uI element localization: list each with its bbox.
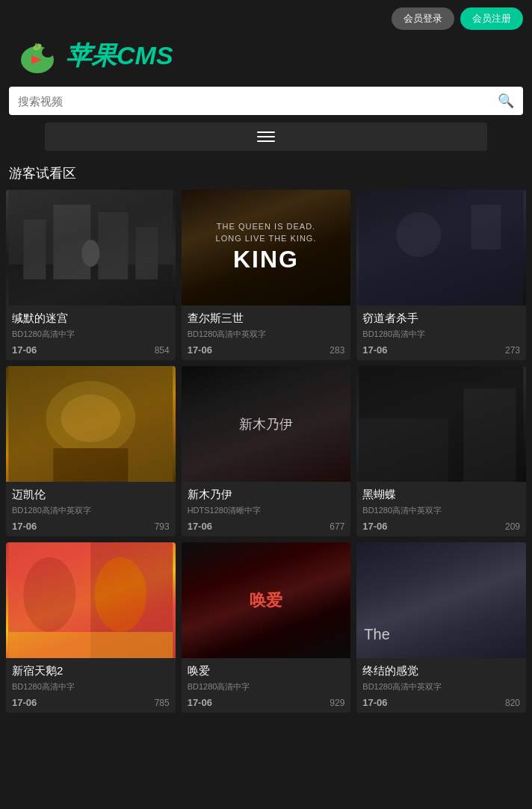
menu-line-1 xyxy=(257,131,275,133)
movie-card-3[interactable]: 窃道者杀手BD1280高清中字17-06273 xyxy=(356,190,526,360)
search-input[interactable] xyxy=(18,95,498,108)
svg-rect-19 xyxy=(53,448,128,482)
movie-info-7: 新宿天鹅2BD1280高清中字17-06785 xyxy=(6,658,176,713)
movie-title-4: 迈凯伦 xyxy=(12,488,170,502)
movie-meta-7: 17-06785 xyxy=(12,697,170,708)
king-subtitle: THE QUEEN IS DEAD. xyxy=(217,222,315,231)
movie-date-2: 17-06 xyxy=(188,344,212,356)
movie-info-1: 缄默的迷宫BD1280高清中字17-06854 xyxy=(6,306,176,360)
movie-views-2: 283 xyxy=(330,345,344,356)
movie-poster-7 xyxy=(6,542,176,658)
movie-card-2[interactable]: THE QUEEN IS DEAD.LONG LIVE THE KING.KIN… xyxy=(182,190,351,360)
movie-views-7: 785 xyxy=(155,698,170,708)
svg-rect-9 xyxy=(98,212,128,279)
login-button[interactable]: 会员登录 xyxy=(392,7,454,30)
king-subtitle2: LONG LIVE THE KING. xyxy=(216,234,317,243)
movie-info-2: 查尔斯三世BD1280高清中英双字17-06283 xyxy=(182,306,351,360)
movie-title-1: 缄默的迷宫 xyxy=(12,311,170,326)
search-bar: 🔍 xyxy=(9,87,523,115)
movie-views-5: 677 xyxy=(330,521,344,532)
movie-tag-4: BD1280高清中英双字 xyxy=(12,505,170,516)
king-main-title: KING xyxy=(233,246,299,273)
svg-rect-14 xyxy=(471,205,501,249)
movie-tag-7: BD1280高清中字 xyxy=(12,681,170,692)
movie-meta-4: 17-06793 xyxy=(12,521,170,532)
movie-meta-2: 17-06283 xyxy=(188,344,345,356)
search-icon[interactable]: 🔍 xyxy=(498,93,514,109)
movie-tag-9: BD1280高清中英双字 xyxy=(362,681,520,692)
movie-poster-5: 新木乃伊 xyxy=(182,366,351,482)
poster-overlay-text: The xyxy=(364,626,389,643)
movie-meta-3: 17-06273 xyxy=(362,344,520,356)
movie-date-1: 17-06 xyxy=(12,344,37,356)
register-button[interactable]: 会员注册 xyxy=(460,7,523,30)
movie-title-7: 新宿天鹅2 xyxy=(12,664,170,678)
movie-title-5: 新木乃伊 xyxy=(188,488,345,502)
svg-point-1 xyxy=(42,47,54,58)
movie-meta-5: 17-06677 xyxy=(188,521,345,532)
movie-card-4[interactable]: 迈凯伦BD1280高清中英双字17-06793 xyxy=(6,366,176,536)
movie-poster-9: The xyxy=(356,542,526,658)
svg-point-18 xyxy=(61,394,120,442)
movie-card-1[interactable]: 缄默的迷宫BD1280高清中字17-06854 xyxy=(6,190,176,360)
movie-title-9: 终结的感觉 xyxy=(362,664,520,678)
movie-date-6: 17-06 xyxy=(362,521,387,532)
logo-text: 苹果CMS xyxy=(66,39,173,73)
svg-point-11 xyxy=(81,240,99,267)
movie-card-6[interactable]: 黑蝴蝶BD1280高清中英双字17-06209 xyxy=(356,366,526,536)
movie-meta-1: 17-06854 xyxy=(12,344,170,356)
movie-views-3: 273 xyxy=(505,345,520,356)
svg-rect-28 xyxy=(8,632,173,658)
movie-views-4: 793 xyxy=(155,521,170,532)
movie-card-5[interactable]: 新木乃伊新木乃伊HDTS1280清晰中字17-06677 xyxy=(182,366,351,536)
svg-point-13 xyxy=(397,212,442,257)
movie-views-1: 854 xyxy=(155,345,170,356)
movie-title-2: 查尔斯三世 xyxy=(188,311,345,326)
movie-info-6: 黑蝴蝶BD1280高清中英双字17-06209 xyxy=(356,482,526,536)
movie-date-7: 17-06 xyxy=(12,697,37,708)
logo-icon xyxy=(15,37,60,75)
movie-tag-3: BD1280高清中字 xyxy=(362,329,520,340)
movie-card-7[interactable]: 新宿天鹅2BD1280高清中字17-06785 xyxy=(6,542,176,713)
movie-grid: 缄默的迷宫BD1280高清中字17-06854THE QUEEN IS DEAD… xyxy=(0,190,532,719)
movie-date-9: 17-06 xyxy=(362,697,387,708)
movie-info-5: 新木乃伊HDTS1280清晰中字17-06677 xyxy=(182,482,351,536)
svg-rect-10 xyxy=(135,227,158,279)
movie-info-4: 迈凯伦BD1280高清中英双字17-06793 xyxy=(6,482,176,536)
movie-tag-6: BD1280高清中英双字 xyxy=(362,505,520,516)
svg-rect-23 xyxy=(464,388,516,482)
movie-title-8: 唤爱 xyxy=(188,664,345,678)
movie-poster-2: THE QUEEN IS DEAD.LONG LIVE THE KING.KIN… xyxy=(182,190,351,306)
movie-card-8[interactable]: 唤爱唤爱BD1280高清中字17-06929 xyxy=(182,542,351,713)
movie-info-9: 终结的感觉BD1280高清中英双字17-06820 xyxy=(356,658,526,713)
movie-tag-1: BD1280高清中字 xyxy=(12,329,170,340)
header-buttons: 会员登录 会员注册 xyxy=(0,0,532,37)
movie-card-9[interactable]: The终结的感觉BD1280高清中英双字17-06820 xyxy=(356,542,526,713)
movie-poster-3 xyxy=(356,190,526,306)
movie-poster-4 xyxy=(6,366,176,482)
movie-title-3: 窃道者杀手 xyxy=(362,311,520,326)
logo-area: 苹果CMS xyxy=(0,37,532,87)
menu-bar[interactable] xyxy=(45,123,487,151)
poster-overlay-text: 新木乃伊 xyxy=(239,415,293,433)
movie-info-3: 窃道者杀手BD1280高清中字17-06273 xyxy=(356,306,526,360)
svg-point-26 xyxy=(23,557,75,632)
movie-date-5: 17-06 xyxy=(188,521,212,532)
movie-poster-1 xyxy=(6,190,176,306)
movie-tag-8: BD1280高清中字 xyxy=(188,681,345,692)
poster-overlay-text: 唤爱 xyxy=(250,589,282,612)
movie-tag-5: HDTS1280清晰中字 xyxy=(188,505,345,516)
movie-date-4: 17-06 xyxy=(12,521,37,532)
movie-poster-6 xyxy=(356,366,526,482)
movie-meta-8: 17-06929 xyxy=(188,697,345,708)
movie-date-8: 17-06 xyxy=(188,697,212,708)
movie-info-8: 唤爱BD1280高清中字17-06929 xyxy=(182,658,351,713)
movie-meta-9: 17-06820 xyxy=(362,697,520,708)
svg-rect-21 xyxy=(359,418,449,482)
movie-views-9: 820 xyxy=(505,698,520,708)
movie-poster-8: 唤爱 xyxy=(182,542,351,658)
movie-tag-2: BD1280高清中英双字 xyxy=(188,329,345,340)
movie-views-8: 929 xyxy=(330,698,344,708)
hamburger-icon xyxy=(257,131,275,142)
svg-rect-7 xyxy=(23,220,46,279)
